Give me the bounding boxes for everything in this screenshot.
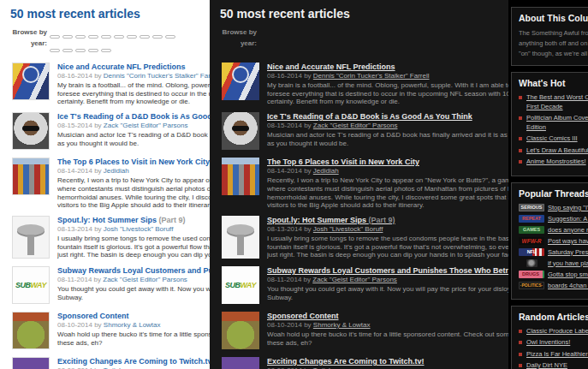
whats-hot-list: The Best and Worst Cove First Decade Pol…	[519, 93, 588, 167]
random-articles-list: Classic Produce Labels Owl Inventions! P…	[519, 327, 588, 369]
year-link[interactable]	[101, 49, 111, 52]
year-links-row-2	[50, 40, 178, 54]
article-thumbnail[interactable]	[222, 62, 259, 100]
popular-thread-link[interactable]: Post ways having	[548, 237, 588, 245]
article-thumbnail[interactable]: SUBWAY	[222, 266, 259, 304]
about-this-column-title: About This Column	[519, 13, 588, 24]
article-date: 08-14-2014	[267, 167, 302, 175]
page: 50 most recent articles Browse by year: …	[0, 0, 588, 369]
year-link[interactable]	[88, 49, 98, 52]
whats-hot-link[interactable]: Classic Comics III	[526, 134, 578, 144]
article-title-link[interactable]: The Top 6 Places to Visit in New York Ci…	[267, 157, 508, 167]
article-author-link[interactable]: Dennis "Corin Tucker's Stalker" Farrell	[313, 72, 430, 80]
year-link[interactable]	[75, 35, 86, 39]
random-article-link[interactable]: Owl Inventions!	[526, 338, 570, 348]
year-link[interactable]	[127, 35, 137, 39]
article-excerpt: My brain is a football... of the mind. O…	[267, 81, 508, 106]
bullet-icon	[519, 364, 522, 367]
article-thumbnail[interactable]: twitch	[12, 357, 50, 369]
article-author-link[interactable]: Shmorky & Lowtax	[313, 321, 371, 329]
article-author-link[interactable]: Zack "Geist Editor" Parsons	[313, 122, 398, 129]
year-link[interactable]	[140, 35, 150, 39]
whats-hot-link[interactable]: Politician Album Covers: I Edition	[526, 114, 588, 132]
forum-badge-icon: ·POLITICS·	[519, 282, 544, 289]
article-thumbnail[interactable]	[222, 312, 259, 349]
article-title-link[interactable]: Ice T's Reading of a D&D Book is As Good…	[267, 111, 508, 122]
article-title-link[interactable]: Sponsored Content	[267, 311, 508, 321]
bullet-icon	[519, 330, 522, 333]
forum-badge-icon: NFL	[519, 248, 544, 256]
year-link[interactable]	[114, 35, 124, 39]
bullet-icon	[519, 96, 522, 99]
year-link[interactable]	[101, 35, 111, 39]
list-item: Pizza Is Far Healthier Tha	[519, 350, 588, 360]
article-thumbnail[interactable]	[222, 158, 259, 195]
forum-badge-icon: DRUGS	[519, 271, 544, 278]
list-item: GAMES does anyone rem	[519, 226, 588, 234]
list-item: Anime Monstrosities!	[519, 158, 588, 167]
browse-by-year-label-dark: Browse by year:	[210, 27, 257, 54]
whats-hot-link[interactable]: The Best and Worst Cove First Decade	[526, 93, 588, 111]
popular-thread-link[interactable]: Suggestion: A sp	[548, 215, 588, 223]
popular-thread-link[interactable]: Stop saying "I'm C	[548, 204, 588, 211]
article-thumbnail[interactable]	[12, 112, 50, 150]
article-thumbnail[interactable]	[222, 112, 259, 150]
article-thumbnail[interactable]	[12, 312, 50, 349]
article-author-link[interactable]: Zack "Geist Editor" Parsons	[312, 276, 397, 283]
article-thumbnail[interactable]: SUBWAY	[12, 266, 50, 304]
article-thumbnail[interactable]: twitch	[222, 357, 259, 369]
article-title-link[interactable]: Nice and Accurate NFL Predictions	[267, 62, 508, 72]
about-this-column-box: About This Column The Something Awful fr…	[511, 7, 588, 66]
year-link[interactable]	[62, 49, 73, 52]
article-row: The Top 6 Places to Visit in New York Ci…	[222, 157, 508, 210]
article-excerpt: I usually bring some tongs to remove the…	[267, 235, 508, 259]
browse-by-year-label: Browse by year:	[0, 27, 47, 54]
year-link[interactable]	[75, 49, 86, 52]
year-link[interactable]	[152, 35, 163, 39]
article-author-link[interactable]: Zack "Geist Editor" Parsons	[103, 276, 187, 283]
popular-threads-list: SERIOUS Stop saying "I'm C REPEAT Sugges…	[519, 204, 588, 289]
article-date: 08-14-2014	[57, 167, 92, 175]
article-author-link[interactable]: Shmorky & Lowtax	[104, 321, 161, 329]
article-author-link[interactable]: Jedidiah	[104, 167, 129, 175]
article-date: 08-11-2014	[267, 276, 301, 283]
article-author-link[interactable]: Dennis "Corin Tucker's Stalker" Farrell	[104, 72, 220, 80]
popular-thread-link[interactable]: does anyone rem	[548, 226, 588, 234]
article-thumbnail[interactable]	[12, 216, 50, 259]
article-author-link[interactable]: Jedidiah	[313, 167, 339, 175]
whats-hot-link[interactable]: Let's Draw A Beautiful W	[526, 146, 588, 156]
popular-thread-link[interactable]: boards 4chan org	[548, 282, 588, 289]
article-thumbnail[interactable]	[12, 62, 50, 100]
year-link[interactable]	[50, 35, 60, 39]
article-author-link[interactable]: Josh "Livestock" Boruff	[104, 225, 174, 233]
year-link[interactable]	[50, 49, 60, 52]
list-item: Classic Produce Labels	[519, 327, 588, 336]
article-date: 08-10-2014	[57, 321, 92, 329]
list-item: if you have platin	[519, 259, 588, 267]
article-thumbnail[interactable]	[222, 216, 259, 259]
article-author-link[interactable]: Zack "Geist Editor" Parsons	[104, 122, 188, 129]
article-title-link[interactable]: Subway Rewards Loyal Customers and Punis…	[267, 265, 508, 276]
article-title-link[interactable]: Exciting Changes Are Coming to Twitch.tv…	[267, 356, 508, 366]
year-link[interactable]	[62, 35, 73, 39]
year-link[interactable]	[165, 35, 175, 39]
article-row: Spout.ly: Hot Summer Sips (Part 9) 08-13…	[222, 215, 508, 260]
article-thumbnail[interactable]	[12, 158, 50, 195]
random-article-link[interactable]: Pizza Is Far Healthier Tha	[526, 350, 588, 360]
popular-thread-link[interactable]: Saturday Preseas	[548, 248, 588, 256]
whats-hot-link[interactable]: Anime Monstrosities!	[526, 158, 586, 167]
article-author-link[interactable]: Josh "Livestock" Boruff	[313, 225, 383, 233]
random-article-link[interactable]: Daily Dirt NYE	[526, 361, 567, 369]
popular-thread-link[interactable]: if you have platin	[548, 259, 588, 267]
year-link[interactable]	[88, 35, 98, 39]
popular-threads-title: Popular Threads	[519, 188, 588, 199]
article-excerpt: Woah hold up there bucko it's time for a…	[267, 330, 508, 347]
article-row: Nice and Accurate NFL Predictions 08-16-…	[222, 62, 508, 106]
article-title-link[interactable]: Spout.ly: Hot Summer Sips (Part 9)	[267, 215, 508, 225]
article-meta: 08-15-2014 by Zack "Geist Editor" Parson…	[267, 122, 508, 130]
popular-thread-link[interactable]: Gotta stop smoki	[548, 271, 588, 278]
popular-threads-box: Popular Threads SERIOUS Stop saying "I'm…	[511, 182, 588, 300]
random-article-link[interactable]: Classic Produce Labels	[526, 327, 588, 336]
article-date: 08-13-2014	[57, 225, 92, 233]
article-row: Sponsored Content 08-10-2014 by Shmorky …	[222, 311, 508, 351]
